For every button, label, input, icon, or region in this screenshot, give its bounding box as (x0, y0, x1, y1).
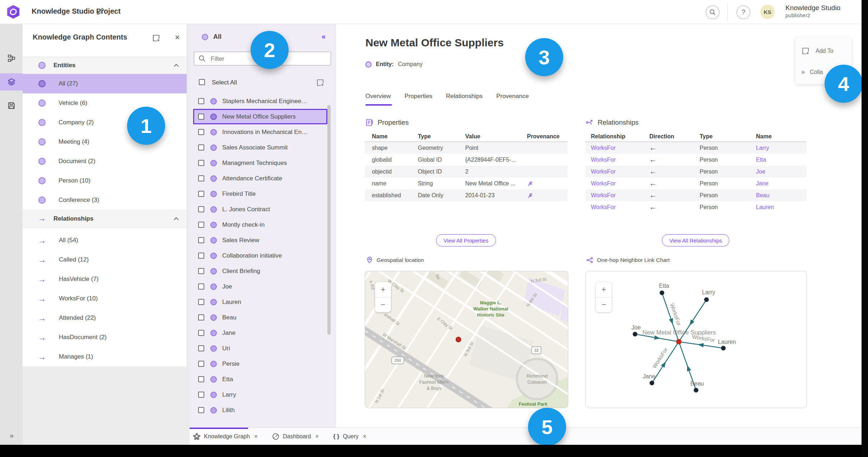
entity-type-item[interactable]: Vehicle (6) (23, 93, 187, 113)
item-checkbox[interactable] (198, 314, 204, 320)
item-checkbox[interactable] (198, 144, 204, 151)
item-checkbox[interactable] (198, 237, 204, 243)
entity-type-item[interactable]: All (27) (23, 74, 187, 93)
relationship-type-item[interactable]: → HasDocument (2) (23, 328, 187, 347)
entity-list-item[interactable]: Uri (193, 341, 327, 356)
tab-relationships[interactable]: Relationships (446, 93, 482, 100)
entity-list-item[interactable]: Persie (193, 356, 327, 371)
entity-list-item[interactable]: New Metal Office Suppliers (193, 109, 327, 124)
item-checkbox[interactable] (198, 392, 204, 398)
zoom-out-button[interactable]: − (596, 297, 612, 313)
avatar[interactable]: KS (760, 5, 775, 19)
relationship-link[interactable]: WorksFor (591, 169, 649, 175)
node-joe[interactable] (633, 332, 638, 337)
item-checkbox[interactable] (198, 114, 204, 120)
item-checkbox[interactable] (198, 361, 204, 367)
provenance-flag-icon[interactable] (527, 180, 533, 186)
entity-list-item[interactable]: Staplers Mechanical Engineering (193, 93, 327, 109)
item-checkbox[interactable] (198, 129, 204, 135)
edit-pencil-icon[interactable] (96, 7, 105, 16)
entity-list-item[interactable]: Sales Associate Summit (193, 140, 327, 155)
item-checkbox[interactable] (198, 206, 204, 212)
relationship-type-item[interactable]: → HasVehicle (7) (23, 269, 187, 289)
related-entity-link[interactable]: Joe (756, 169, 806, 175)
item-checkbox[interactable] (198, 253, 204, 259)
relationship-type-item[interactable]: → WorksFor (10) (23, 289, 187, 308)
node-etta[interactable] (660, 291, 664, 295)
collapse-panel-icon[interactable]: « (322, 32, 326, 41)
entity-list-item[interactable]: Client Briefing (193, 263, 327, 279)
entity-list-item[interactable]: Larry (193, 387, 327, 402)
item-checkbox[interactable] (198, 376, 204, 382)
node-jane[interactable] (650, 381, 654, 386)
entity-list-item[interactable]: Lauren (193, 294, 327, 310)
close-tab-icon[interactable]: × (254, 433, 258, 440)
entity-list-item[interactable]: Montly check-in (193, 217, 327, 232)
help-button[interactable]: ? (737, 5, 750, 19)
tab-provenance[interactable]: Provenance (496, 93, 529, 100)
item-checkbox[interactable] (198, 191, 204, 197)
geospatial-map[interactable]: k Rd W Clay St Sa N 3rd St N 4th St arsh… (365, 271, 568, 408)
entity-list-item[interactable]: L. Jones Contract (193, 202, 327, 217)
relationship-link[interactable]: WorksFor (591, 192, 649, 199)
entity-list-item[interactable]: Collaboration initiative (193, 248, 327, 263)
item-checkbox[interactable] (198, 330, 204, 336)
relationship-type-item[interactable]: → Attended (22) (23, 308, 187, 328)
item-checkbox[interactable] (198, 98, 204, 104)
tab-query[interactable]: { } Query × (333, 433, 366, 440)
entity-list-item[interactable]: Jane (193, 325, 327, 341)
item-checkbox[interactable] (198, 345, 204, 351)
item-checkbox[interactable] (198, 299, 204, 305)
entity-list-item[interactable]: Lilith (193, 402, 327, 418)
collapse-button[interactable]: » Colla (801, 68, 823, 76)
relationship-type-item[interactable]: → Called (12) (23, 250, 187, 269)
item-checkbox[interactable] (198, 160, 204, 166)
relationships-section-header[interactable]: → Relationships (23, 210, 187, 228)
entity-type-item[interactable]: Conference (3) (23, 190, 187, 210)
scrollbar-thumb[interactable] (327, 105, 331, 335)
entity-list-item[interactable]: Managment Techniques (193, 155, 327, 171)
close-tab-icon[interactable]: × (363, 433, 367, 440)
item-checkbox[interactable] (198, 268, 204, 274)
item-checkbox[interactable] (198, 222, 204, 228)
tab-knowledge-graph[interactable]: Knowledge Graph × (193, 433, 258, 440)
add-to-button[interactable]: Add To (801, 47, 834, 55)
related-entity-link[interactable]: Etta (756, 157, 806, 163)
zoom-in-button[interactable]: + (375, 282, 391, 297)
related-entity-link[interactable]: Jane (756, 180, 806, 187)
item-checkbox[interactable] (198, 175, 204, 181)
zoom-out-button[interactable]: − (375, 297, 391, 313)
link-chart[interactable]: Etta Larry Joe Lauren Jane Beau New Meta… (585, 271, 807, 408)
entity-list-item[interactable]: Joe (193, 279, 327, 294)
zoom-in-button[interactable]: + (596, 282, 612, 297)
entities-section-header[interactable]: Entities (23, 57, 187, 74)
relationship-type-item[interactable]: → Manages (1) (23, 347, 187, 366)
node-center-company[interactable] (676, 339, 682, 345)
entity-type-item[interactable]: Person (10) (23, 171, 187, 190)
entity-list-item[interactable]: Etta (193, 371, 327, 387)
relationship-link[interactable]: WorksFor (591, 145, 649, 151)
expand-rail-icon[interactable]: » (0, 431, 23, 440)
related-entity-link[interactable]: Lauren (756, 204, 806, 211)
data-model-icon[interactable] (0, 50, 23, 67)
close-panel-icon[interactable]: × (175, 32, 180, 42)
node-lauren[interactable] (721, 346, 726, 351)
entity-list-item[interactable]: Attendance Certificate (193, 171, 327, 186)
save-icon[interactable] (0, 97, 23, 114)
item-checkbox[interactable] (198, 283, 204, 290)
add-to-map-icon[interactable] (152, 34, 160, 42)
layers-icon[interactable] (0, 73, 23, 91)
relationship-link[interactable]: WorksFor (591, 204, 649, 211)
close-tab-icon[interactable]: × (315, 433, 319, 440)
node-beau[interactable] (694, 388, 699, 393)
item-checkbox[interactable] (198, 407, 204, 413)
related-entity-link[interactable]: Larry (756, 145, 806, 151)
relationship-type-item[interactable]: → All (54) (23, 231, 187, 250)
entity-type-item[interactable]: Document (2) (23, 152, 187, 171)
tab-dashboard[interactable]: Dashboard × (272, 433, 319, 440)
search-button[interactable] (706, 5, 719, 19)
view-all-properties-button[interactable]: View All Properties (436, 234, 496, 246)
entity-list-item[interactable]: Beau (193, 310, 327, 325)
related-entity-link[interactable]: Beau (756, 192, 806, 199)
tab-overview[interactable]: Overview (365, 93, 391, 100)
